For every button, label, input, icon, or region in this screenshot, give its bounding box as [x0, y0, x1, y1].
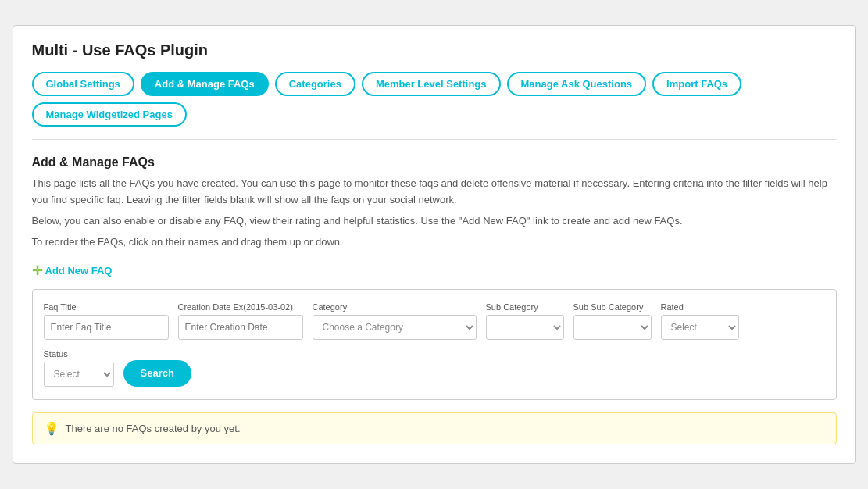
main-window: Multi - Use FAQs Plugin Global Settings … [13, 25, 856, 463]
tab-manage-widgetized-pages[interactable]: Manage Widgetized Pages [32, 102, 187, 127]
lightbulb-icon: 💡 [44, 421, 59, 436]
plus-icon: ✛ [32, 263, 42, 278]
faq-title-input[interactable] [44, 315, 169, 340]
sub-category-label: Sub Category [486, 302, 564, 312]
empty-state-box: 💡 There are no FAQs created by you yet. [32, 412, 837, 444]
empty-state-message: There are no FAQs created by you yet. [66, 423, 241, 434]
category-label: Category [313, 302, 477, 312]
sub-sub-category-label: Sub Sub Category [573, 302, 652, 312]
tab-manage-ask-questions[interactable]: Manage Ask Questions [507, 72, 647, 96]
add-new-faq-label: Add New FAQ [45, 265, 113, 277]
rated-field: Rated Select Yes No [661, 302, 739, 340]
description-3: To reorder the FAQs, click on their name… [32, 234, 837, 251]
faq-title-field: Faq Title [44, 302, 169, 340]
status-field: Status Select Active Inactive [44, 349, 114, 387]
category-select[interactable]: Choose a Category Category 1 Category 2 [313, 315, 477, 340]
section-title: Add & Manage FAQs [32, 155, 837, 170]
tab-categories[interactable]: Categories [275, 72, 355, 96]
search-button[interactable]: Search [123, 360, 191, 387]
tab-add-manage-faqs[interactable]: Add & Manage FAQs [141, 72, 269, 96]
rated-label: Rated [661, 302, 739, 312]
creation-date-field: Creation Date Ex(2015-03-02) [178, 302, 303, 340]
creation-date-input[interactable] [178, 315, 303, 340]
description-1: This page lists all the FAQs you have cr… [32, 176, 837, 209]
filter-row-2: Status Select Active Inactive Search [44, 349, 825, 387]
category-field: Category Choose a Category Category 1 Ca… [313, 302, 477, 340]
tabs-bar: Global Settings Add & Manage FAQs Catego… [32, 72, 837, 140]
tab-import-faqs[interactable]: Import FAQs [652, 72, 741, 96]
sub-category-field: Sub Category [486, 302, 564, 340]
rated-select[interactable]: Select Yes No [661, 315, 739, 340]
status-label: Status [44, 349, 114, 359]
sub-category-select[interactable] [486, 315, 564, 340]
sub-sub-category-select[interactable] [573, 315, 652, 340]
status-select[interactable]: Select Active Inactive [44, 362, 114, 387]
description-2: Below, you can also enable or disable an… [32, 213, 837, 230]
filter-row-1: Faq Title Creation Date Ex(2015-03-02) C… [44, 302, 825, 340]
sub-sub-category-field: Sub Sub Category [573, 302, 652, 340]
add-new-faq-link[interactable]: ✛ Add New FAQ [32, 263, 113, 278]
page-title: Multi - Use FAQs Plugin [32, 41, 837, 59]
tab-member-level-settings[interactable]: Member Level Settings [362, 72, 501, 96]
faq-title-label: Faq Title [44, 302, 169, 312]
tab-global-settings[interactable]: Global Settings [32, 72, 134, 96]
creation-date-label: Creation Date Ex(2015-03-02) [178, 302, 303, 312]
filter-box: Faq Title Creation Date Ex(2015-03-02) C… [32, 289, 837, 400]
